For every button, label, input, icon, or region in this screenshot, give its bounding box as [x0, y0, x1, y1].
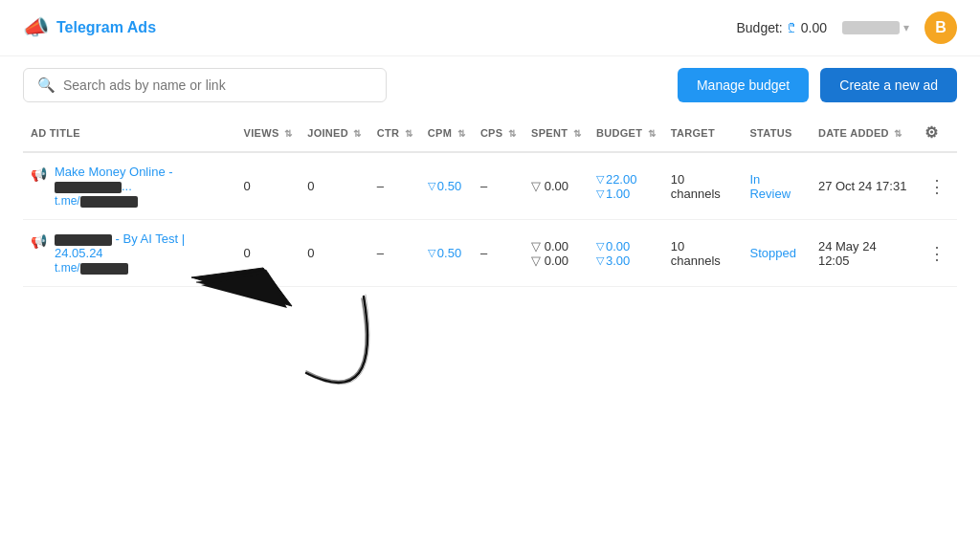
budget-line1: ▽0.00 [596, 239, 656, 253]
manage-budget-button[interactable]: Manage budget [678, 68, 809, 102]
toolbar-buttons: Manage budget Create a new ad [678, 68, 957, 102]
ad-cps: – [473, 152, 523, 220]
toolbar: 🔍 Manage budget Create a new ad [0, 56, 980, 114]
ad-date-added: 24 May 24 12:05 [811, 220, 917, 287]
col-ad-title: AD TITLE [23, 114, 236, 152]
ad-status: In Review [742, 152, 810, 220]
col-views[interactable]: VIEWS ⇅ [236, 114, 301, 152]
col-target: TARGET [663, 114, 743, 152]
ads-table-wrapper: AD TITLE VIEWS ⇅ JOINED ⇅ CTR ⇅ CPM ⇅ CP… [0, 114, 980, 287]
col-spent[interactable]: SPENT ⇅ [523, 114, 589, 152]
budget-ton-icon: ₾ [789, 20, 795, 35]
budget-amount: 0.00 [801, 20, 827, 35]
table-row: 📢 - By AI Test | 24.05.24 t.me/ 00–▽0.50… [23, 220, 957, 287]
ad-views: 0 [236, 152, 301, 220]
status-badge: In Review [749, 172, 791, 201]
col-status: STATUS [742, 114, 810, 152]
ad-cpm: ▽0.50 [420, 152, 473, 220]
user-account[interactable]: ▾ [842, 21, 909, 34]
col-joined[interactable]: JOINED ⇅ [300, 114, 368, 152]
ad-title-cell: 📢 Make Money Online - ... t.me/ [23, 152, 236, 220]
ad-ctr: – [369, 152, 420, 220]
ad-budget: ▽22.00▽1.00 [589, 152, 663, 220]
ad-name-link[interactable]: - By AI Test | 24.05.24 [55, 231, 185, 260]
ad-joined: 0 [300, 152, 368, 220]
ad-link[interactable]: t.me/ [55, 194, 138, 208]
gear-icon: ⚙ [924, 124, 938, 141]
budget-info: Budget: ₾ 0.00 [736, 20, 827, 35]
budget-line2: ▽1.00 [596, 187, 656, 201]
ad-target: 10 channels [663, 152, 743, 220]
avatar-initial: B [935, 19, 947, 36]
user-avatar[interactable]: B [924, 11, 957, 44]
megaphone-icon: 📢 [31, 166, 47, 182]
col-cps[interactable]: CPS ⇅ [473, 114, 523, 152]
budget-label: Budget: [736, 20, 782, 35]
col-date-added[interactable]: DATE ADDED ⇅ [811, 114, 917, 152]
col-budget[interactable]: BUDGET ⇅ [589, 114, 663, 152]
ad-target: 10 channels [663, 220, 743, 287]
ad-date-added: 27 Oct 24 17:31 [811, 152, 917, 220]
table-row: 📢 Make Money Online - ... t.me/ 00–▽0.50… [23, 152, 957, 220]
budget-line2: ▽3.00 [596, 253, 656, 268]
ad-spent: ▽ 0.00▽ 0.00 [523, 220, 589, 287]
ad-menu[interactable]: ⋮ [917, 152, 957, 220]
cpm-value: ▽0.50 [428, 179, 465, 193]
search-icon: 🔍 [37, 77, 56, 94]
more-options-icon[interactable]: ⋮ [924, 242, 949, 265]
ad-name-link[interactable]: Make Money Online - ... [55, 165, 173, 193]
logo-area: 📣 Telegram Ads [23, 15, 156, 40]
more-options-icon[interactable]: ⋮ [924, 175, 949, 198]
cpm-value: ▽0.50 [428, 246, 465, 260]
ad-ctr: – [369, 220, 420, 287]
chevron-down-icon: ▾ [903, 21, 909, 34]
ad-views: 0 [236, 220, 301, 287]
ad-cps: – [473, 220, 523, 287]
megaphone-icon: 📢 [31, 233, 47, 249]
telegram-logo-icon: 📣 [23, 15, 49, 40]
create-new-ad-button[interactable]: Create a new ad [820, 68, 957, 102]
ad-menu[interactable]: ⋮ [917, 220, 957, 287]
ad-link[interactable]: t.me/ [55, 261, 128, 275]
ad-cpm: ▽0.50 [420, 220, 473, 287]
ad-info: - By AI Test | 24.05.24 t.me/ [55, 231, 229, 275]
ad-joined: 0 [300, 220, 368, 287]
header-right: Budget: ₾ 0.00 ▾ B [736, 11, 957, 44]
ad-status: Stopped [742, 220, 810, 287]
search-input[interactable] [63, 77, 372, 93]
account-name-redacted [842, 21, 900, 34]
ad-info: Make Money Online - ... t.me/ [55, 165, 229, 208]
logo-text: Telegram Ads [56, 19, 156, 36]
status-badge: Stopped [749, 246, 795, 260]
spent-line1: ▽ 0.00 [531, 179, 581, 193]
spent-line2: ▽ 0.00 [531, 253, 581, 268]
ad-title-cell: 📢 - By AI Test | 24.05.24 t.me/ [23, 220, 236, 287]
col-cpm[interactable]: CPM ⇅ [420, 114, 473, 152]
col-ctr[interactable]: CTR ⇅ [369, 114, 420, 152]
budget-line1: ▽22.00 [596, 172, 656, 187]
ads-table: AD TITLE VIEWS ⇅ JOINED ⇅ CTR ⇅ CPM ⇅ CP… [23, 114, 957, 287]
ad-budget: ▽0.00▽3.00 [589, 220, 663, 287]
table-header-row: AD TITLE VIEWS ⇅ JOINED ⇅ CTR ⇅ CPM ⇅ CP… [23, 114, 957, 152]
spent-line1: ▽ 0.00 [531, 239, 581, 253]
col-settings[interactable]: ⚙ [917, 114, 957, 152]
ad-spent: ▽ 0.00 [523, 152, 589, 220]
search-box[interactable]: 🔍 [23, 68, 387, 102]
app-header: 📣 Telegram Ads Budget: ₾ 0.00 ▾ B [0, 0, 980, 56]
